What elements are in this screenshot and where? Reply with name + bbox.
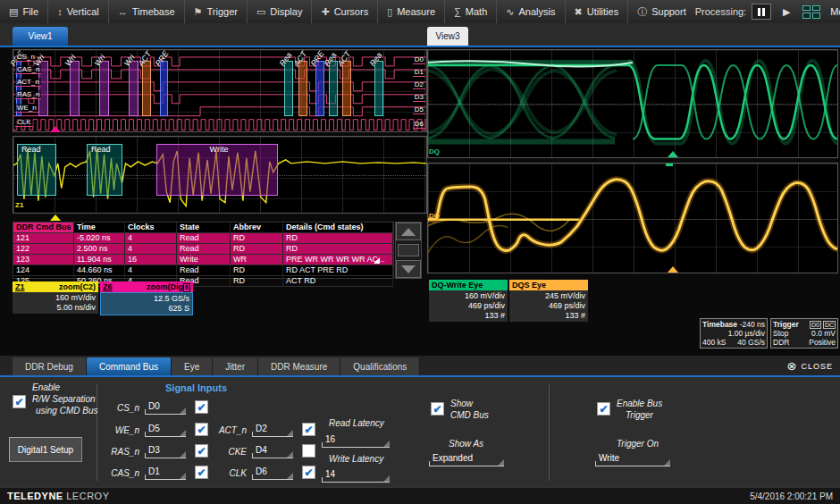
- digital-group-badge: 6: [183, 283, 190, 292]
- bus-annotation-bar: [342, 61, 351, 116]
- show-as-dropdown[interactable]: Expanded: [429, 452, 504, 466]
- display-icon: ▭: [256, 6, 265, 18]
- trigger-flag-icon: ⚑: [194, 6, 203, 18]
- show-cmd-bus-checkbox[interactable]: [431, 402, 444, 416]
- table-header: DDR Cmd Bus Time Clocks State Abbrev Det…: [13, 223, 393, 233]
- tab-view1[interactable]: View1: [13, 27, 68, 46]
- close-button[interactable]: ⊗CLOSE: [787, 359, 833, 373]
- clk-source-dropdown[interactable]: D6: [252, 466, 293, 480]
- rasn-source-dropdown[interactable]: D3: [145, 444, 186, 458]
- menu-math[interactable]: ∑Math: [445, 0, 497, 23]
- tab-ddr-debug[interactable]: DDR Debug: [13, 357, 87, 375]
- digital-bus-panel[interactable]: PRE Wri Wri Wri Wri ACT PRE Rea ACT PRE …: [13, 49, 427, 132]
- menu-measure-label: Measure: [397, 6, 435, 17]
- menu-measure[interactable]: ▯Measure: [378, 0, 445, 23]
- tab-command-bus[interactable]: Command Bus: [87, 357, 172, 375]
- bus-annotation-bar: [99, 61, 109, 116]
- dq-write-eye-descriptor[interactable]: DQ-Write Eye 160 mV/div469 ps/div133 #: [429, 280, 508, 322]
- enable-bus-trigger-checkbox[interactable]: [597, 402, 610, 416]
- pause-button[interactable]: [752, 4, 771, 20]
- menu-analysis[interactable]: ∿Analysis: [497, 0, 565, 23]
- ddr-command-table[interactable]: DDR Cmd Bus Time Clocks State Abbrev Det…: [13, 222, 394, 279]
- z1-descriptor-box[interactable]: Z1zoom(C2) 160 mV/div5.00 ns/div: [13, 281, 98, 314]
- mosaic-dropdown-value: Mosaic: [830, 6, 840, 17]
- menu-utilities-label: Utilities: [587, 6, 618, 17]
- pause-icon: [758, 8, 760, 16]
- close-icon: ⊗: [787, 359, 798, 373]
- table-row[interactable]: 1222.500 ns4ReadRDRD: [13, 244, 393, 255]
- dq-axis-tag: DQ: [429, 212, 440, 221]
- z6-descriptor-box[interactable]: Z6zoom(Dig6 12.5 GS/s625 S: [100, 281, 193, 315]
- mosaic-dropdown[interactable]: Mosaic: [827, 4, 840, 19]
- mosaic-grid-icon[interactable]: [802, 4, 821, 20]
- signal-label-actn: ACT_n: [15, 78, 41, 87]
- bus-annotation-bar: [374, 61, 383, 116]
- menu-vertical[interactable]: ↕Vertical: [48, 0, 109, 23]
- menu-trigger-label: Trigger: [206, 6, 237, 17]
- digital1-setup-button[interactable]: Digital1 Setup: [9, 437, 82, 462]
- expand-flag-icon: [374, 257, 380, 264]
- menu-timebase[interactable]: ↔Timebase: [109, 0, 185, 23]
- menu-trigger[interactable]: ⚑Trigger: [185, 0, 248, 23]
- rasn-enable-checkbox[interactable]: [195, 444, 208, 458]
- dqs-eye-panel[interactable]: DQ: [427, 163, 838, 273]
- table-scrollbar[interactable]: [395, 222, 422, 279]
- zoom-position-marker[interactable]: [50, 214, 61, 221]
- tab-ddr-measure[interactable]: DDR Measure: [258, 357, 340, 375]
- menu-utilities[interactable]: ✖Utilities: [566, 0, 629, 23]
- table-row[interactable]: 121-5.020 ns4ReadRDRD: [13, 233, 393, 244]
- menu-display[interactable]: ▭Display: [248, 0, 312, 23]
- menu-cursors[interactable]: ✚Cursors: [312, 0, 378, 23]
- trigger-descriptor[interactable]: TriggerD0DC Stop0.0 mV DDRPositive: [770, 318, 838, 349]
- trigger-source-badge: D0: [810, 321, 821, 329]
- eye-center-marker[interactable]: [668, 151, 678, 157]
- timebase-descriptor[interactable]: Timebase-240 ns 1.00 µs/div 400 kS40 GS/…: [700, 318, 768, 349]
- table-row[interactable]: 12444.660 ns4ReadRDRD ACT PRE RD: [13, 265, 393, 276]
- enable-rw-label: Enable: [32, 382, 60, 392]
- signal-label-clk: CLK: [15, 118, 33, 127]
- tab-eye[interactable]: Eye: [172, 357, 213, 375]
- write-latency-dropdown[interactable]: 14: [322, 468, 390, 483]
- wen-enable-checkbox[interactable]: [195, 423, 208, 436]
- menu-file[interactable]: ▤File: [0, 0, 48, 23]
- cke-enable-checkbox[interactable]: [302, 444, 315, 458]
- tab-jitter[interactable]: Jitter: [213, 357, 258, 375]
- channel-label-d6: D6: [413, 120, 425, 129]
- actn-source-dropdown[interactable]: D2: [252, 423, 293, 437]
- play-button[interactable]: ▶: [777, 4, 796, 20]
- casn-source-dropdown[interactable]: D1: [145, 466, 186, 480]
- signal-label-casn: CAS_n: [15, 65, 41, 74]
- menu-analysis-label: Analysis: [519, 6, 556, 17]
- csn-source-dropdown[interactable]: D0: [145, 400, 186, 415]
- read-region-box: Read: [17, 144, 56, 196]
- tab-view3[interactable]: View3: [427, 27, 468, 46]
- dqs-center-marker[interactable]: [668, 266, 678, 273]
- cke-source-dropdown[interactable]: D4: [252, 444, 293, 458]
- menu-support[interactable]: ⓘSupport: [628, 0, 695, 23]
- scroll-up-button[interactable]: [396, 223, 421, 240]
- tab-qualifications[interactable]: Qualifications: [340, 357, 420, 375]
- trigger-position-marker[interactable]: [50, 126, 61, 132]
- menu-file-label: File: [22, 6, 38, 17]
- trigger-on-dropdown[interactable]: Write: [595, 452, 670, 466]
- wen-source-dropdown[interactable]: D5: [145, 423, 186, 437]
- menu-cursors-label: Cursors: [334, 6, 369, 17]
- bus-annotation-bar: [160, 61, 168, 116]
- scroll-down-button[interactable]: [396, 260, 421, 278]
- enable-rw-checkbox[interactable]: [13, 395, 26, 408]
- clk-enable-checkbox[interactable]: [302, 466, 315, 479]
- accent-line: [0, 46, 840, 47]
- dq-write-eye-panel[interactable]: DQ: [427, 49, 838, 158]
- casn-enable-checkbox[interactable]: [195, 466, 208, 479]
- read-latency-dropdown[interactable]: 16: [322, 433, 390, 448]
- actn-enable-checkbox[interactable]: [302, 423, 315, 436]
- scroll-thumb[interactable]: [398, 244, 419, 256]
- csn-enable-checkbox[interactable]: [195, 400, 208, 414]
- top-menu-bar: ▤File ↕Vertical ↔Timebase ⚑Trigger ▭Disp…: [0, 0, 840, 23]
- zoom-trace-panel[interactable]: Read Read Write Z1: [13, 136, 427, 214]
- channel-label-d3: D3: [413, 93, 425, 102]
- file-icon: ▤: [9, 6, 18, 18]
- table-row[interactable]: 12311.904 ns16WriteWRPRE WR WR WR WR AC.…: [13, 255, 393, 265]
- dqs-eye-descriptor[interactable]: DQS Eye 245 mV/div469 ps/div133 #: [509, 280, 588, 322]
- processing-label: Processing:: [695, 6, 746, 17]
